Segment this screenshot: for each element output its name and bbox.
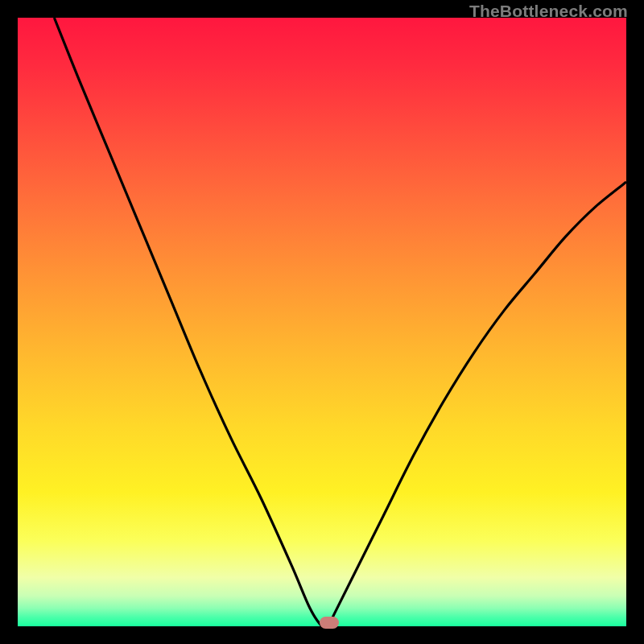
chart-frame: TheBottleneck.com [0,0,644,644]
minimum-marker [320,617,339,629]
bottleneck-curve [18,18,626,626]
curve-path [54,18,626,628]
